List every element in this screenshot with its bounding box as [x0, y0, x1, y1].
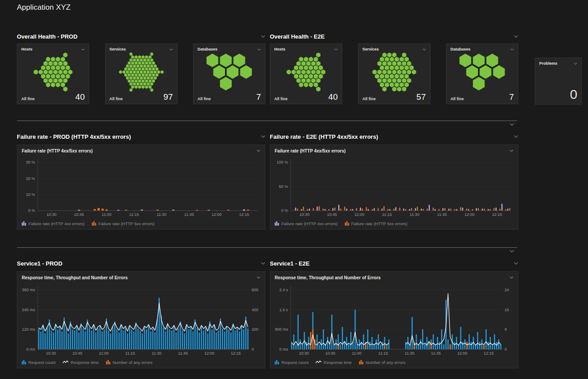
legend-item-request-count[interactable]: Request count [22, 360, 55, 365]
failure-rate-chart-e2e[interactable]: 0 %50 %100 %10:3010:4511:0011:1511:3011:… [270, 156, 518, 218]
panel-title: Failure rate (HTTP 4xx/5xx errors) [22, 148, 93, 153]
legend-item-response-time[interactable]: Response time [316, 360, 351, 365]
legend-item-response-time[interactable]: Response time [63, 360, 99, 365]
health-tile-hosts-e2e[interactable]: Hosts All fine 40 [270, 43, 342, 104]
section-service1-prod: Service1 - PROD Response time, Throughpu… [17, 258, 265, 368]
health-tile-databases-e2e[interactable]: Databases All fine 7 [446, 43, 518, 104]
svg-text:11:45: 11:45 [184, 212, 194, 217]
chevron-down-icon[interactable] [261, 135, 265, 138]
section-title: Failure rate - PROD (HTTP 4xx/5xx errors… [17, 133, 131, 140]
bar-series-icon [345, 221, 350, 226]
hosts-honeycomb [21, 52, 85, 92]
legend-label: Request count [28, 360, 55, 365]
chevron-down-icon[interactable] [509, 149, 513, 152]
svg-text:12:00: 12:00 [465, 212, 475, 217]
svg-text:11:45: 11:45 [178, 351, 188, 356]
chevron-down-icon[interactable] [81, 48, 85, 51]
legend-label: Failure rate (HTTP 5xx errors) [99, 221, 155, 226]
svg-text:12:15: 12:15 [484, 351, 494, 356]
svg-text:11:00: 11:00 [102, 212, 111, 217]
legend-item-5xx[interactable]: Failure rate (HTTP 5xx errors) [92, 221, 155, 226]
chevron-down-icon[interactable] [514, 35, 518, 38]
section-overall-health-e2e: Overall Health - E2E Hosts All fine 40 S… [270, 31, 518, 104]
chart-legend: Failure rate (HTTP 4xx errors) Failure r… [270, 218, 518, 229]
chevron-down-icon[interactable] [510, 48, 514, 51]
svg-text:600: 600 [252, 288, 258, 292]
chevron-down-icon[interactable] [257, 276, 260, 279]
svg-text:11:15: 11:15 [378, 351, 388, 356]
failure-rate-chart-prod[interactable]: 0 %10 %20 %30 %10:3010:4511:0011:1511:30… [17, 156, 265, 218]
tile-status: All fine [274, 97, 288, 101]
section-service1-e2e: Service1 - E2E Response time, Throughput… [270, 258, 518, 368]
svg-text:360 ms: 360 ms [22, 288, 35, 292]
legend-label: Failure rate (HTTP 5xx errors) [351, 221, 408, 226]
svg-text:0 %: 0 % [28, 208, 35, 213]
svg-text:11:15: 11:15 [382, 212, 392, 217]
health-tile-databases-prod[interactable]: Databases All fine 7 [193, 43, 265, 104]
legend-item-4xx[interactable]: Failure rate (HTTP 4xx errors) [22, 221, 85, 226]
chart-legend: Request count Response time Number of an… [270, 356, 518, 368]
chevron-down-icon[interactable] [514, 135, 518, 138]
legend-label: Number of any errors [366, 360, 406, 365]
tile-status: All fine [197, 97, 211, 101]
svg-text:11:30: 11:30 [152, 351, 162, 356]
legend-item-errors[interactable]: Number of any errors [106, 360, 153, 365]
service-metrics-chart-e2e[interactable]: 0 ms800 ms1.6 s2.4 s08162410:3010:4511:0… [270, 283, 518, 356]
chevron-down-icon[interactable] [170, 48, 173, 51]
tile-status: All fine [450, 97, 464, 101]
svg-text:120 ms: 120 ms [22, 327, 35, 332]
hosts-honeycomb [274, 52, 338, 92]
legend-item-4xx[interactable]: Failure rate (HTTP 4xx errors) [275, 221, 338, 226]
tile-status: All fine [363, 97, 376, 101]
legend-item-errors[interactable]: Number of any errors [359, 360, 406, 365]
svg-text:0 ms: 0 ms [279, 347, 288, 352]
svg-text:100 %: 100 % [276, 160, 288, 164]
svg-text:0 ms: 0 ms [26, 347, 35, 352]
svg-text:8: 8 [505, 327, 507, 332]
chevron-down-icon[interactable] [574, 63, 577, 65]
legend-label: Response time [71, 360, 99, 365]
tile-label: Services [110, 47, 126, 51]
health-tile-services-prod[interactable]: Services All fine 97 [105, 43, 178, 104]
chevron-down-icon[interactable] [509, 123, 514, 126]
section-title: Service1 - PROD [17, 260, 63, 267]
service-metrics-chart-prod[interactable]: 0 ms120 ms240 ms360 ms020040060010:3010:… [17, 283, 265, 356]
chevron-down-icon[interactable] [509, 276, 513, 279]
svg-text:12:00: 12:00 [458, 351, 468, 356]
health-tiles-row: Hosts All fine 40 Services All fine 97 [17, 43, 265, 104]
line-series-icon [63, 360, 69, 364]
svg-text:11:30: 11:30 [157, 212, 166, 217]
svg-text:12:15: 12:15 [239, 212, 249, 217]
tile-count: 7 [509, 93, 514, 101]
legend-item-request-count[interactable]: Request count [275, 360, 308, 365]
problems-tile[interactable]: Problems 0 [535, 58, 582, 105]
chevron-down-icon[interactable] [334, 48, 338, 51]
service-metrics-panel-e2e: Response time, Throughput and Number of … [270, 271, 518, 368]
tile-count: 40 [75, 93, 85, 101]
health-tile-services-e2e[interactable]: Services All fine 57 [358, 43, 430, 104]
chevron-down-icon[interactable] [257, 149, 260, 152]
chevron-down-icon[interactable] [261, 262, 265, 265]
svg-text:50 %: 50 % [279, 184, 288, 189]
section-title: Overall Health - E2E [270, 33, 325, 40]
chevron-down-icon[interactable] [514, 262, 518, 265]
databases-honeycomb [197, 52, 261, 92]
section-title: Overall Health - PROD [17, 33, 78, 40]
svg-text:11:00: 11:00 [352, 351, 362, 356]
tile-label: Databases [197, 47, 217, 51]
legend-label: Request count [281, 360, 308, 365]
health-tile-hosts-prod[interactable]: Hosts All fine 40 [17, 43, 89, 104]
chevron-down-icon[interactable] [422, 48, 426, 51]
svg-text:10:30: 10:30 [300, 212, 310, 217]
chevron-down-icon[interactable] [509, 250, 514, 253]
svg-text:11:45: 11:45 [431, 351, 441, 356]
health-tiles-row: Hosts All fine 40 Services All fine 57 [270, 43, 518, 104]
svg-text:240 ms: 240 ms [22, 308, 35, 312]
legend-item-5xx[interactable]: Failure rate (HTTP 5xx errors) [345, 221, 408, 226]
line-series-icon [316, 360, 322, 364]
svg-text:10:45: 10:45 [325, 351, 335, 356]
bar-series-icon [106, 360, 111, 364]
chevron-down-icon[interactable] [257, 48, 261, 51]
svg-text:11:15: 11:15 [125, 351, 135, 356]
chevron-down-icon[interactable] [261, 35, 265, 38]
